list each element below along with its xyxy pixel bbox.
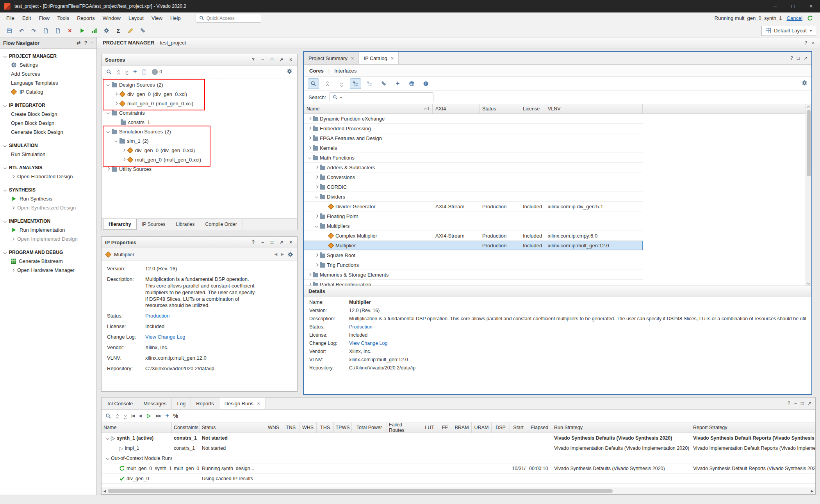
back-icon[interactable]: ◀ — [275, 252, 277, 256]
runs-column-dsp[interactable]: DSP — [492, 422, 510, 433]
source-item-simulation-sources[interactable]: Simulation Sources(2) — [104, 127, 297, 136]
ip-row-cordic[interactable]: CORDIC — [304, 182, 643, 192]
menu-window[interactable]: Window — [99, 13, 125, 23]
gear-icon[interactable] — [287, 252, 293, 257]
flow-item-settings[interactable]: Settings — [0, 60, 96, 69]
collapse-all-button[interactable] — [322, 78, 333, 89]
detail-value[interactable]: View Change Log — [349, 341, 387, 346]
expander-icon[interactable] — [315, 224, 318, 228]
save-button[interactable] — [4, 26, 15, 36]
menu-tools[interactable]: Tools — [53, 13, 73, 23]
flow-item-open-synthesized-design[interactable]: Open Synthesized Design — [0, 203, 96, 212]
sources-tab-compile-order[interactable]: Compile Order — [200, 219, 242, 230]
source-item-mult-gen-0[interactable]: mult_gen_0(mult_gen_0.xci) — [104, 155, 297, 164]
close-tab-icon[interactable]: × — [351, 55, 354, 61]
runs-column-report-strategy[interactable]: Report Strategy — [691, 422, 815, 433]
flow-item-open-implemented-design[interactable]: Open Implemented Design — [0, 234, 96, 243]
sources-tab-ip-sources[interactable]: IP Sources — [137, 219, 171, 230]
scroll-right-icon[interactable]: ▶ — [809, 489, 815, 493]
flow-item-generate-block-design[interactable]: Generate Block Design — [0, 128, 96, 137]
maximize-button[interactable]: □ — [784, 0, 802, 12]
column-header-vlnv[interactable]: VLNV — [545, 104, 643, 114]
run-row-synth-1-active[interactable]: ▷synth_1 (active)constrs_1Not startedViv… — [102, 433, 815, 443]
expander-icon[interactable] — [308, 137, 311, 140]
expand-all-button[interactable] — [125, 69, 128, 75]
runs-column-elapsed[interactable]: Elapsed — [527, 422, 552, 433]
close-icon[interactable]: × — [812, 40, 815, 46]
expander-icon[interactable] — [315, 254, 318, 257]
help-icon[interactable]: ? — [804, 40, 807, 46]
scroll-down-icon[interactable] — [807, 281, 811, 284]
document-tab-project-summary[interactable]: Project Summary× — [304, 52, 359, 64]
close-tab-icon[interactable]: × — [391, 55, 394, 61]
report-utilization-button[interactable]: Σ — [113, 26, 124, 36]
search-button[interactable] — [105, 413, 111, 419]
flow-item-run-simulation[interactable]: Run Simulation — [0, 150, 96, 159]
flow-section-header-implementation[interactable]: IMPLEMENTATION — [0, 217, 96, 225]
ip-row-fpga-features-and-design[interactable]: FPGA Features and Design — [304, 133, 643, 143]
runs-column-tns[interactable]: TNS — [282, 422, 299, 433]
column-header-license[interactable]: License — [520, 104, 545, 114]
toggle-panel-icon[interactable]: ⇄ — [77, 40, 81, 46]
sources-settings-button[interactable] — [287, 68, 292, 75]
source-item-div-gen-0[interactable]: div_gen_0(div_gen_0.xci) — [104, 146, 297, 155]
expander-icon[interactable] — [114, 92, 118, 96]
runs-column-start[interactable]: Start — [510, 422, 527, 433]
source-item-constrs-1[interactable]: constrs_1 — [104, 117, 297, 127]
maximize-icon[interactable]: ↗ — [278, 57, 284, 62]
runs-column-bram[interactable]: BRAM — [452, 422, 472, 433]
runs-column-lut[interactable]: LUT — [421, 422, 438, 433]
sources-tab-libraries[interactable]: Libraries — [171, 219, 200, 230]
flow-section-header-rtl-analysis[interactable]: RTL ANALYSIS — [0, 163, 96, 172]
results-tab-log[interactable]: Log — [172, 398, 191, 409]
source-item-design-sources[interactable]: Design Sources(2) — [104, 80, 297, 89]
menu-reports[interactable]: Reports — [73, 13, 99, 23]
expander-icon[interactable] — [106, 83, 110, 87]
ip-details-button[interactable] — [420, 78, 431, 89]
group-by-category-button[interactable] — [350, 78, 361, 89]
ip-row-kernels[interactable]: Kernels — [304, 143, 643, 153]
add-sources-button[interactable]: + — [133, 69, 137, 75]
flow-section-header-simulation[interactable]: SIMULATION — [0, 141, 96, 150]
results-tab-tcl-console[interactable]: Tcl Console — [102, 398, 138, 409]
column-header-axi4[interactable]: AXI4 — [433, 104, 480, 114]
run-row-div-gen-0[interactable]: div_gen_0Using cached IP results — [102, 474, 815, 484]
flow-section-header-program-and-debug[interactable]: PROGRAM AND DEBUG — [0, 248, 96, 257]
flow-item-language-templates[interactable]: Language Templates — [0, 78, 96, 87]
expander-icon[interactable] — [308, 273, 311, 277]
toggle-percentage-button[interactable]: % — [173, 413, 178, 419]
maximize-icon[interactable]: ↗ — [804, 55, 808, 61]
expander-icon[interactable] — [122, 158, 125, 161]
open-file-properties-button[interactable] — [141, 69, 147, 75]
property-value[interactable]: View Change Log — [145, 334, 185, 341]
help-icon[interactable]: ? — [250, 57, 256, 62]
flow-item-add-sources[interactable]: Add Sources — [0, 69, 96, 78]
source-item-constraints[interactable]: Constraints — [104, 108, 297, 117]
expand-all-button[interactable] — [336, 78, 347, 89]
settings-button[interactable] — [101, 26, 112, 36]
column-header-name[interactable]: Name1 — [304, 104, 433, 114]
runs-column-name[interactable]: Name — [102, 422, 172, 433]
expander-icon[interactable] — [114, 102, 118, 105]
scroll-left-icon[interactable]: ◀ — [102, 489, 108, 493]
ip-row-complex-multiplier[interactable]: Complex MultiplierAXI4-StreamProductionI… — [304, 231, 643, 241]
redo-button[interactable]: ↷ — [28, 26, 39, 36]
results-tab-reports[interactable]: Reports — [191, 398, 219, 409]
minimize-icon[interactable]: − — [260, 57, 266, 62]
runs-column-status[interactable]: Status — [200, 422, 265, 433]
ip-row-dynamic-function-exchange[interactable]: Dynamic Function eXchange — [304, 114, 643, 124]
web-ip-catalog-button[interactable] — [406, 78, 417, 89]
step-forward-button[interactable]: ▶▶ — [156, 414, 161, 418]
ip-row-dividers[interactable]: Dividers — [304, 192, 643, 202]
minimize-icon[interactable]: − — [794, 401, 797, 406]
vertical-scrollbar[interactable] — [806, 104, 811, 286]
forward-icon[interactable]: ▶ — [281, 252, 283, 256]
layout-selector[interactable]: Default Layout ▾ — [761, 26, 816, 36]
quick-access-search[interactable]: Quick Access — [196, 14, 261, 23]
ip-row-floating-point[interactable]: Floating Point — [304, 211, 643, 221]
property-value[interactable]: Production — [145, 313, 169, 319]
flow-item-generate-bitstream[interactable]: Generate Bitstream — [0, 257, 96, 266]
menu-flow[interactable]: Flow — [35, 13, 53, 23]
flow-section-header-synthesis[interactable]: SYNTHESIS — [0, 186, 96, 194]
menu-help[interactable]: Help — [166, 13, 185, 23]
